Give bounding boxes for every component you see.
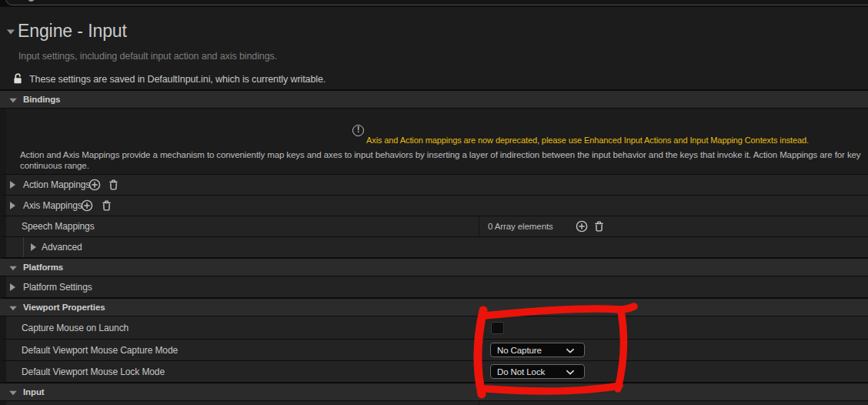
bindings-description-line2: continuous range. (20, 161, 868, 170)
column-divider (479, 316, 479, 339)
row-speech-mappings: Speech Mappings 0 Array elements (0, 216, 868, 237)
page-subtitle: Input settings, including default input … (18, 51, 277, 62)
section-header-input[interactable]: Input (0, 383, 868, 401)
top-strip (0, 0, 868, 7)
collapse-caret-icon[interactable] (7, 30, 15, 35)
triangle-right-icon (10, 202, 15, 209)
triangle-right-icon (31, 243, 36, 251)
row-default-viewport-mouse-lock-mode: Default Viewport Mouse Lock Mode Do Not … (0, 361, 868, 383)
triangle-down-icon (9, 99, 17, 103)
row-label: Axis Mappings (23, 200, 82, 211)
row-label: Default Viewport Mouse Lock Mode (22, 366, 165, 377)
row-advanced[interactable]: Advanced (0, 237, 868, 258)
column-divider (479, 216, 479, 236)
chevron-down-icon (566, 370, 575, 376)
section-header-bindings[interactable]: Bindings (0, 90, 868, 109)
row-default-viewport-mouse-capture-mode: Default Viewport Mouse Capture Mode No C… (0, 340, 868, 361)
column-divider (479, 401, 479, 405)
section-header-platforms[interactable]: Platforms (0, 258, 868, 276)
warning-icon: ! (352, 125, 364, 136)
row-label: Default Viewport Mouse Capture Mode (22, 344, 178, 355)
section-title: Platforms (23, 263, 63, 272)
search-input[interactable] (5, 0, 868, 5)
section-title: Viewport Properties (23, 303, 105, 312)
clear-action-mappings-button[interactable] (108, 179, 119, 191)
row-action-mappings[interactable]: Action Mappings (0, 175, 868, 196)
row-capture-mouse-on-launch: Capture Mouse on Launch (0, 316, 868, 340)
section-header-viewport-properties[interactable]: Viewport Properties (0, 298, 868, 316)
add-action-mapping-button[interactable] (88, 179, 101, 191)
row-label: Capture Mouse on Launch (22, 322, 129, 333)
add-speech-mapping-button[interactable] (576, 220, 588, 233)
clear-axis-mappings-button[interactable] (101, 199, 112, 212)
triangle-down-icon (9, 306, 17, 311)
row-platform-settings[interactable]: Platform Settings (0, 276, 868, 298)
unlock-icon (12, 72, 24, 85)
page-title: Engine - Input (18, 21, 127, 42)
dropdown-selected-value: No Capture (497, 346, 542, 355)
triangle-down-icon (9, 391, 17, 396)
row-axis-mappings[interactable]: Axis Mappings (0, 196, 868, 216)
triangle-down-icon (9, 266, 17, 271)
clear-speech-mappings-button[interactable] (593, 220, 605, 233)
project-settings-panel: Engine - Input Input settings, including… (0, 0, 868, 405)
row-label: Advanced (42, 242, 82, 253)
triangle-right-icon (10, 283, 15, 291)
chevron-down-icon (566, 348, 575, 354)
mouse-capture-mode-dropdown[interactable]: No Capture (490, 343, 585, 357)
column-divider (479, 361, 479, 382)
capture-mouse-on-launch-checkbox[interactable] (491, 322, 504, 334)
section-title: Input (23, 387, 45, 397)
column-divider (479, 340, 479, 360)
mouse-lock-mode-dropdown[interactable]: Do Not Lock (490, 364, 585, 379)
triangle-right-icon (10, 181, 15, 189)
add-axis-mapping-button[interactable] (81, 199, 93, 212)
page-header: Engine - Input Input settings, including… (0, 7, 868, 90)
row-label: Speech Mappings (22, 221, 95, 232)
row-label: Action Mappings (23, 179, 90, 190)
array-elements-count: 0 Array elements (488, 222, 553, 231)
bindings-description-line1: Action and Axis Mappings provide a mecha… (20, 150, 868, 159)
row-label: Platform Settings (23, 281, 92, 292)
deprecation-warning: Axis and Action mappings are now depreca… (366, 136, 809, 145)
section-title: Bindings (23, 95, 60, 104)
dropdown-selected-value: Do Not Lock (497, 367, 545, 377)
indent-guide (23, 237, 24, 257)
bindings-description-block: ! Axis and Action mappings are now depre… (0, 109, 868, 175)
config-file-notice: These settings are saved in DefaultInput… (29, 74, 326, 85)
row-partial-bottom (0, 401, 868, 405)
